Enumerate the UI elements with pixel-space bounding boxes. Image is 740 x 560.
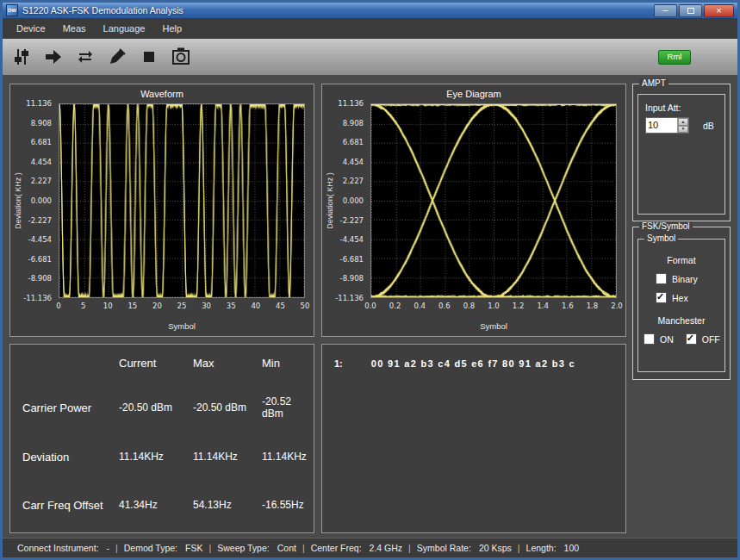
ytick-label: 6.681 <box>343 138 364 146</box>
close-button[interactable]: × <box>704 4 734 17</box>
minimize-button[interactable]: ─ <box>654 4 677 17</box>
run-arrow-icon[interactable] <box>41 45 65 69</box>
symbol-group: Symbol Format Binary Hex Manchester ON <box>637 239 725 372</box>
title-bar: DW S1220 ASK-FSK Demodulation Analysis ─… <box>3 3 737 18</box>
ampt-inner-box: Input Att: ▲ ▼ dB <box>637 94 725 215</box>
xtick-label: 10 <box>103 302 113 310</box>
row-label-carrier-power: Carrier Power <box>22 401 119 414</box>
xtick-label: 35 <box>227 302 236 310</box>
status-item: Symbol Rate:20 Ksps <box>417 543 512 553</box>
input-att-unit-label: dB <box>703 121 714 131</box>
xtick-label: 40 <box>251 302 260 310</box>
menu-device[interactable]: Device <box>8 20 54 37</box>
status-item: Sweep Type:Cont <box>217 543 296 553</box>
ytick-label: -2.227 <box>28 216 52 225</box>
menu-language[interactable]: Language <box>95 20 154 37</box>
symbol-data-line: 1: 00 91 a2 b3 c4 d5 e6 f7 80 91 a2 b3 c <box>322 345 625 369</box>
input-att-decrement-button[interactable]: ▼ <box>678 126 688 134</box>
waveform-panel: Waveform Deviation( KHz ) 11.1368.9086.6… <box>9 84 314 337</box>
eye-diagram-panel: Eye Diagram Deviation( KHz ) 11.1368.908… <box>321 84 626 337</box>
binary-label: Binary <box>672 274 698 284</box>
fsk-symbol-group: FSK/Symbol Symbol Format Binary Hex Manc… <box>632 227 731 380</box>
ytick-label: 4.454 <box>31 158 52 166</box>
eye-diagram-canvas <box>371 104 616 297</box>
waveform-xtick-labels: 05101520253035404550 <box>59 300 305 310</box>
manchester-off-label: OFF <box>702 334 720 345</box>
deviation-current: 11.14KHz <box>119 451 193 463</box>
carrier-power-current: -20.50 dBm <box>119 401 193 414</box>
deviation-max: 11.14KHz <box>193 451 262 463</box>
measurements-panel: Current Max Min Carrier Power -20.50 dBm… <box>9 344 314 533</box>
xtick-label: 20 <box>152 302 162 310</box>
eye-diagram-xtick-labels: 0.00.20.40.60.81.01.21.41.61.82.0 <box>370 300 617 310</box>
xtick-label: 0.8 <box>463 302 476 310</box>
xtick-label: 45 <box>276 302 285 310</box>
stop-icon[interactable] <box>137 45 161 69</box>
format-label: Format <box>638 255 724 265</box>
manchester-on-checkbox[interactable] <box>644 333 655 345</box>
input-att-increment-button[interactable]: ▲ <box>678 118 688 126</box>
input-att-row: ▲ ▼ dB <box>645 117 724 134</box>
ampt-group: AMPT Input Att: ▲ ▼ dB <box>632 84 731 221</box>
menu-help[interactable]: Help <box>153 20 190 37</box>
xtick-label: 1.4 <box>537 302 549 310</box>
xtick-label: 1.2 <box>513 302 525 310</box>
status-separator: | <box>302 543 305 553</box>
ytick-label: 11.136 <box>338 99 364 108</box>
xtick-label: 0.0 <box>364 302 376 310</box>
carr-freq-offset-current: 41.34Hz <box>119 499 193 511</box>
tune-settings-icon[interactable] <box>9 45 34 69</box>
connect-probe-icon[interactable] <box>105 45 129 69</box>
ytick-label: -8.908 <box>340 274 364 283</box>
eye-diagram-plot <box>370 103 617 298</box>
symbol-data-panel: 1: 00 91 a2 b3 c4 d5 e6 f7 80 91 a2 b3 c <box>321 344 626 533</box>
menu-bar: Device Meas Language Help <box>3 18 737 40</box>
status-item: Connect Instrument:- <box>17 543 109 553</box>
input-att-label: Input Att: <box>645 103 724 113</box>
xtick-label: 2.0 <box>611 302 623 310</box>
window-title: S1220 ASK-FSK Demodulation Analysis <box>22 5 183 16</box>
xtick-label: 50 <box>301 302 310 310</box>
symbol-group-label: Symbol <box>644 233 678 243</box>
hex-label: Hex <box>672 293 688 303</box>
status-separator: | <box>408 543 411 553</box>
carr-freq-offset-max: 54.13Hz <box>193 499 262 511</box>
rml-button[interactable]: Rml <box>658 50 691 65</box>
waveform-x-axis-label: Symbol <box>59 321 305 331</box>
close-icon: × <box>716 7 721 15</box>
input-att-field[interactable] <box>646 118 677 131</box>
manchester-options: ON OFF <box>644 333 721 345</box>
main-area: Waveform Deviation( KHz ) 11.1368.9086.6… <box>3 75 737 538</box>
ytick-label: -6.681 <box>28 255 52 264</box>
ytick-label: 11.136 <box>26 99 52 108</box>
ytick-label: -11.136 <box>23 294 52 302</box>
waveform-ytick-labels: 11.1368.9086.6814.4542.2270.000-2.227-4.… <box>10 103 55 298</box>
maximize-button[interactable] <box>679 4 702 17</box>
ytick-label: -8.908 <box>28 274 52 283</box>
waveform-plot-wrap: Deviation( KHz ) 11.1368.9086.6814.4542.… <box>10 84 314 336</box>
ytick-label: 2.227 <box>31 177 52 185</box>
xtick-label: 1.6 <box>562 302 574 310</box>
xtick-label: 25 <box>177 302 187 310</box>
xtick-label: 15 <box>127 302 137 310</box>
carrier-power-min: -20.52 dBm <box>262 395 308 420</box>
binary-checkbox[interactable] <box>656 273 667 284</box>
xtick-label: 5 <box>81 302 85 310</box>
status-item: Demod Type:FSK <box>124 543 203 553</box>
continuous-loop-icon[interactable] <box>73 45 97 69</box>
eye-diagram-x-axis-label: Symbol <box>370 321 617 331</box>
xtick-label: 0 <box>56 302 60 310</box>
column-header-min: Min <box>262 352 308 370</box>
carrier-power-max: -20.50 dBm <box>193 401 262 414</box>
app-window: DW S1220 ASK-FSK Demodulation Analysis ─… <box>0 0 740 560</box>
manchester-off-checkbox[interactable] <box>686 333 697 345</box>
symbol-line-number: 1: <box>334 358 343 369</box>
hex-checkbox[interactable] <box>656 292 667 303</box>
capture-icon[interactable] <box>169 45 193 69</box>
ytick-label: 0.000 <box>31 196 52 205</box>
measurement-table: Current Max Min Carrier Power -20.50 dBm… <box>22 352 308 527</box>
menu-meas[interactable]: Meas <box>54 20 95 37</box>
xtick-label: 0.2 <box>389 302 401 310</box>
status-separator: | <box>208 543 211 553</box>
row-label-carr-freq-offset: Carr Freq Offset <box>22 499 119 512</box>
